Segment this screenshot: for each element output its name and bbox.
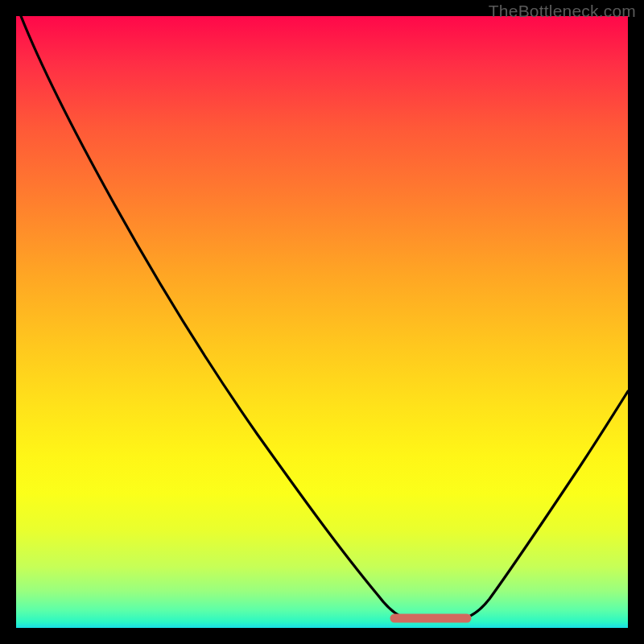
- attribution-label: TheBottleneck.com: [489, 2, 636, 21]
- plot-area: [16, 16, 628, 628]
- chart-frame: TheBottleneck.com: [0, 0, 644, 644]
- bottleneck-curve: [16, 16, 628, 628]
